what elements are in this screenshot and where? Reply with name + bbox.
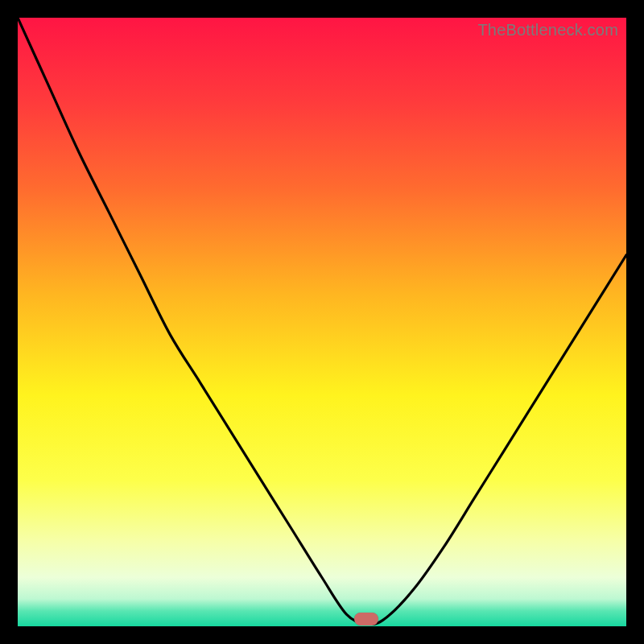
plot-area: TheBottleneck.com (18, 18, 626, 626)
svg-rect-0 (18, 18, 626, 626)
chart-frame: TheBottleneck.com (0, 0, 644, 644)
background-gradient (18, 18, 626, 626)
watermark-text: TheBottleneck.com (477, 21, 618, 39)
optimal-marker (354, 613, 378, 625)
